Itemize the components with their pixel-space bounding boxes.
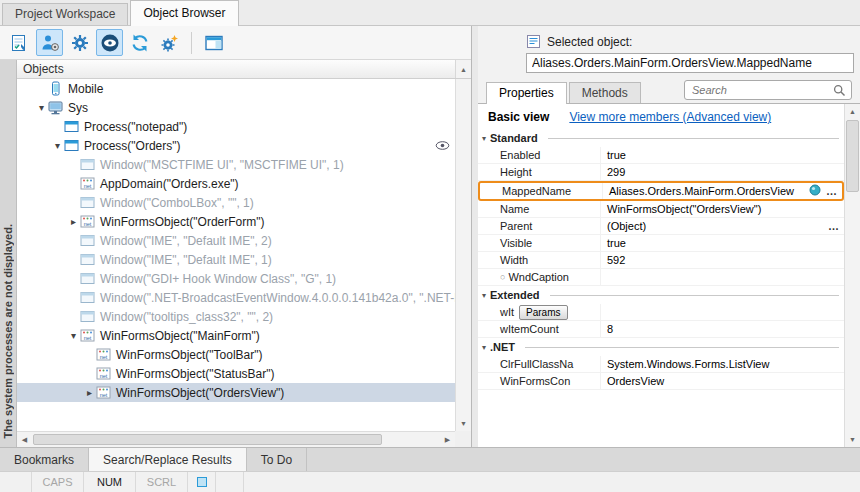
svg-text:net: net bbox=[100, 354, 108, 360]
tree-item[interactable]: Window("ComboLBox", "", 1) bbox=[17, 193, 455, 212]
scroll-up-button[interactable]: ▲ bbox=[845, 104, 860, 119]
scrollbar-thumb[interactable] bbox=[33, 434, 382, 445]
scroll-left-button[interactable]: ◀ bbox=[17, 432, 32, 447]
mobile-icon bbox=[48, 81, 63, 96]
tree-item-label: AppDomain("Orders.exe") bbox=[100, 177, 239, 191]
property-row-witemcount[interactable]: wItemCount8 bbox=[478, 321, 844, 338]
advanced-view-link[interactable]: View more members (Advanced view) bbox=[569, 110, 771, 124]
tree-item[interactable]: ▾Sys bbox=[17, 98, 455, 117]
view-mode-row: Basic view View more members (Advanced v… bbox=[478, 104, 844, 129]
ellipsis-button[interactable]: … bbox=[826, 185, 838, 197]
expand-arrow-icon[interactable]: ▸ bbox=[83, 387, 96, 398]
collapse-arrow-icon[interactable]: ▾ bbox=[67, 330, 80, 341]
property-value: System.Windows.Forms.ListView bbox=[600, 356, 844, 372]
tree-item[interactable]: ▸netWinFormsObject("OrderForm") bbox=[17, 212, 455, 231]
tree-item[interactable]: Mobile bbox=[17, 79, 455, 98]
tree-item[interactable]: ▾netWinFormsObject("MainForm") bbox=[17, 326, 455, 345]
svg-text:net: net bbox=[84, 183, 92, 189]
property-row-wndcaption[interactable]: ○WndCaption bbox=[478, 269, 844, 286]
gear-icon[interactable] bbox=[66, 29, 93, 56]
tree-item[interactable]: Window("MSCTFIME UI", "MSCTFIME UI", 1) bbox=[17, 155, 455, 174]
scroll-up-button[interactable]: ▲ bbox=[455, 60, 471, 78]
tree-item[interactable]: Window("IME", "Default IME", 1) bbox=[17, 250, 455, 269]
scrollbar-corner bbox=[455, 431, 471, 447]
property-row-width[interactable]: Width592 bbox=[478, 252, 844, 269]
property-name: Name bbox=[500, 203, 600, 215]
property-group-header[interactable]: ▾Standard bbox=[478, 129, 844, 147]
scrollbar-track[interactable] bbox=[845, 193, 860, 432]
refresh-icon[interactable] bbox=[126, 29, 153, 56]
scrollbar-track[interactable] bbox=[456, 79, 471, 416]
inspector-vertical-scrollbar[interactable]: ▲ ▼ bbox=[844, 104, 860, 447]
gear-sparkle-icon[interactable] bbox=[156, 29, 183, 56]
property-row-parent[interactable]: Parent(Object)… bbox=[478, 218, 844, 235]
eye-icon[interactable] bbox=[435, 140, 455, 151]
window-icon bbox=[80, 195, 95, 210]
property-row-height[interactable]: Height299 bbox=[478, 164, 844, 181]
tab-project-workspace[interactable]: Project Workspace bbox=[2, 3, 128, 25]
tree-item[interactable]: Window("GDI+ Hook Window Class", "G", 1) bbox=[17, 269, 455, 288]
tree-item[interactable]: netWinFormsObject("ToolBar") bbox=[17, 345, 455, 364]
svg-text:net: net bbox=[84, 221, 92, 227]
tree-item[interactable]: Window("tooltips_class32", "", 2) bbox=[17, 307, 455, 326]
scroll-down-button[interactable]: ▼ bbox=[456, 416, 471, 431]
property-row-enabled[interactable]: Enabledtrue bbox=[478, 147, 844, 164]
tree-item[interactable]: Window("IME", "Default IME", 2) bbox=[17, 231, 455, 250]
object-browser-window: Project WorkspaceObject Browser The syst… bbox=[0, 0, 860, 492]
tree-item-label: WinFormsObject("OrderForm") bbox=[100, 215, 265, 229]
objects-column-header: Objects ▲ bbox=[17, 60, 471, 79]
property-row-visible[interactable]: Visibletrue bbox=[478, 235, 844, 252]
user-gear-icon[interactable] bbox=[36, 29, 63, 56]
tab-methods[interactable]: Methods bbox=[569, 82, 641, 103]
property-row-winformscon[interactable]: WinFormsConOrdersView bbox=[478, 373, 844, 390]
expand-arrow-icon[interactable]: ▸ bbox=[67, 216, 80, 227]
tree-vertical-scrollbar[interactable]: ▼ bbox=[455, 79, 471, 431]
tab-search-replace-results[interactable]: Search/Replace Results bbox=[89, 448, 247, 471]
params-button[interactable]: Params bbox=[519, 305, 567, 320]
scroll-right-button[interactable]: ▶ bbox=[440, 432, 455, 447]
tab-bookmarks[interactable]: Bookmarks bbox=[0, 448, 89, 471]
tree-item[interactable]: Process("notepad") bbox=[17, 117, 455, 136]
window-icon bbox=[80, 157, 95, 172]
ellipsis-button[interactable]: … bbox=[828, 220, 840, 232]
property-row-wit[interactable]: wItParams bbox=[478, 304, 844, 321]
group-divider-line bbox=[550, 295, 839, 296]
checklist-pencil-icon[interactable] bbox=[6, 29, 33, 56]
tree-item-label: WinFormsObject("ToolBar") bbox=[116, 348, 263, 362]
tree-item[interactable]: netWinFormsObject("StatusBar") bbox=[17, 364, 455, 383]
search-input[interactable] bbox=[692, 84, 833, 96]
property-row-clrfullclassna[interactable]: ClrFullClassNaSystem.Windows.Forms.ListV… bbox=[478, 356, 844, 373]
property-value: 592 bbox=[600, 252, 844, 268]
scrollbar-thumb[interactable] bbox=[846, 120, 859, 192]
property-group-header[interactable]: ▾.NET bbox=[478, 338, 844, 356]
eye-icon[interactable] bbox=[809, 184, 821, 198]
scrollbar-track[interactable] bbox=[32, 432, 440, 447]
collapse-arrow-icon[interactable]: ▾ bbox=[51, 140, 64, 151]
property-row-name[interactable]: NameWinFormsObject("OrdersView") bbox=[478, 201, 844, 218]
property-value: true bbox=[600, 147, 844, 163]
eye-icon[interactable] bbox=[96, 29, 123, 56]
status-cell bbox=[188, 472, 216, 492]
tree-item[interactable]: ▸netWinFormsObject("OrdersView") bbox=[17, 383, 455, 402]
toolbar-separator bbox=[191, 32, 192, 54]
tree-horizontal-scrollbar[interactable]: ◀ ▶ bbox=[17, 431, 455, 447]
group-name: Extended bbox=[490, 289, 540, 301]
tree-item[interactable]: Window(".NET-BroadcastEventWindow.4.0.0.… bbox=[17, 288, 455, 307]
property-row-mappedname[interactable]: MappedNameAliases.Orders.MainForm.Orders… bbox=[478, 181, 844, 201]
tree-item[interactable]: ▾Process("Orders") bbox=[17, 136, 455, 155]
scroll-down-button[interactable]: ▼ bbox=[845, 432, 860, 447]
property-grid: ▾StandardEnabledtrueHeight299MappedNameA… bbox=[478, 129, 844, 390]
tab-to-do[interactable]: To Do bbox=[247, 448, 307, 471]
selected-object-input[interactable] bbox=[526, 53, 854, 73]
property-group-header[interactable]: ▾Extended bbox=[478, 286, 844, 304]
tree-item-label: Sys bbox=[68, 101, 88, 115]
window-panel-icon[interactable] bbox=[200, 29, 227, 56]
status-indicator-num: NUM bbox=[84, 472, 136, 492]
sys-icon bbox=[48, 100, 63, 115]
property-name: Visible bbox=[500, 237, 600, 249]
tree-item[interactable]: netAppDomain("Orders.exe") bbox=[17, 174, 455, 193]
tab-properties[interactable]: Properties bbox=[486, 82, 567, 104]
tab-object-browser[interactable]: Object Browser bbox=[130, 0, 238, 26]
collapse-arrow-icon[interactable]: ▾ bbox=[35, 102, 48, 113]
tree-item-label: WinFormsObject("MainForm") bbox=[100, 329, 260, 343]
